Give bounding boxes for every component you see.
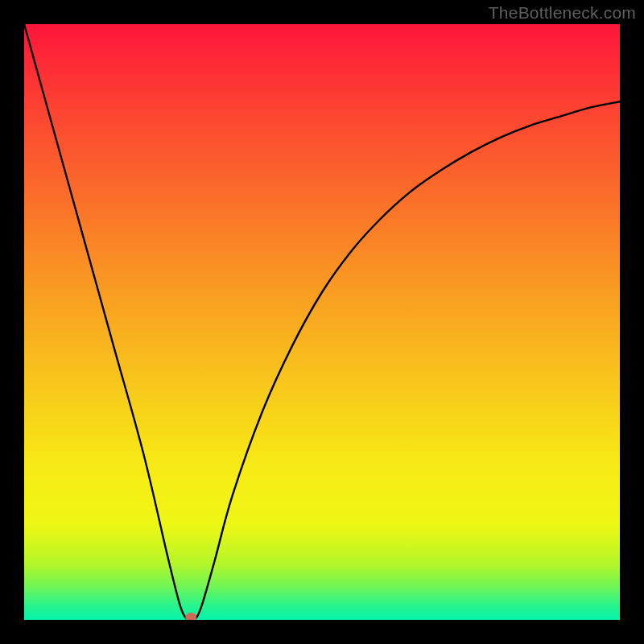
chart-svg	[24, 24, 620, 620]
chart-frame: TheBottleneck.com	[0, 0, 644, 644]
plot-area	[24, 24, 620, 620]
gradient-background	[24, 24, 620, 620]
attribution-text: TheBottleneck.com	[489, 3, 636, 23]
